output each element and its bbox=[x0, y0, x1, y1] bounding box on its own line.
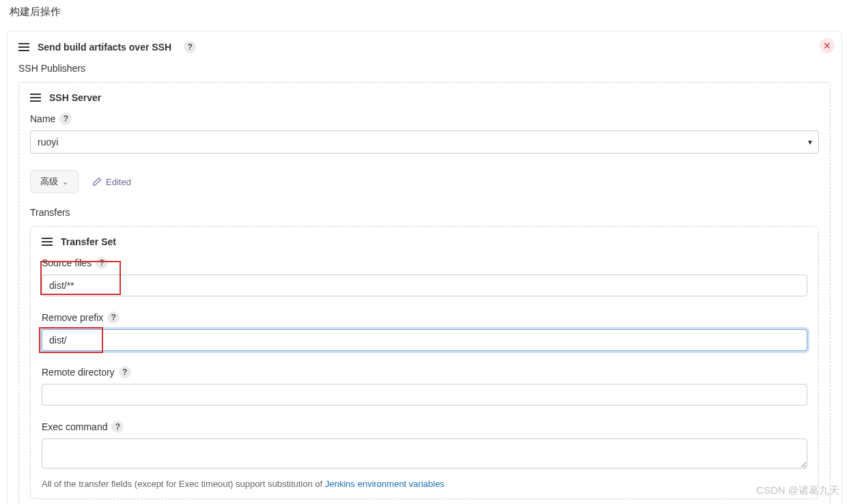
remote-directory-label: Remote directory ? bbox=[42, 366, 807, 378]
ssh-server-header: SSH Server bbox=[30, 92, 819, 103]
ssh-publishers-label: SSH Publishers bbox=[18, 63, 831, 74]
remote-directory-group: Remote directory ? bbox=[42, 366, 807, 406]
drag-handle-icon[interactable] bbox=[30, 94, 41, 102]
remote-directory-label-text: Remote directory bbox=[42, 367, 115, 378]
help-icon[interactable]: ? bbox=[107, 311, 120, 324]
name-label-text: Name bbox=[30, 113, 55, 124]
source-files-group: Source files ? bbox=[42, 257, 807, 296]
panel-title: Send build artifacts over SSH bbox=[38, 42, 171, 53]
drag-handle-icon[interactable] bbox=[42, 238, 53, 246]
page-title: 构建后操作 bbox=[0, 0, 849, 31]
drag-handle-icon[interactable] bbox=[18, 43, 29, 51]
remove-prefix-input[interactable] bbox=[42, 329, 807, 351]
edited-label: Edited bbox=[106, 177, 131, 187]
remote-directory-input[interactable] bbox=[42, 384, 807, 406]
advanced-row: 高级 ⌄ Edited bbox=[30, 170, 819, 193]
name-field-group: Name ? ruoyi ▾ bbox=[30, 113, 819, 154]
edited-indicator: Edited bbox=[92, 177, 131, 187]
remove-prefix-label: Remove prefix ? bbox=[42, 311, 807, 324]
transfer-set-panel: Transfer Set Source files ? Remove prefi… bbox=[30, 226, 819, 499]
footer-note: All of the transfer fields (except for E… bbox=[42, 479, 807, 489]
env-vars-link[interactable]: Jenkins environment variables bbox=[325, 479, 445, 489]
transfer-set-header: Transfer Set bbox=[42, 236, 807, 247]
source-files-label-text: Source files bbox=[42, 257, 92, 268]
help-icon[interactable]: ? bbox=[111, 421, 124, 433]
panel-header: Send build artifacts over SSH ? bbox=[18, 41, 831, 53]
name-select[interactable]: ruoyi bbox=[30, 130, 819, 154]
help-icon[interactable]: ? bbox=[119, 366, 131, 378]
name-select-wrap: ruoyi ▾ bbox=[30, 130, 819, 154]
ssh-server-title: SSH Server bbox=[49, 92, 101, 103]
remove-prefix-group: Remove prefix ? bbox=[42, 311, 807, 351]
exec-command-label: Exec command ? bbox=[42, 421, 807, 433]
send-artifacts-panel: Send build artifacts over SSH ? ✕ SSH Pu… bbox=[7, 31, 842, 504]
help-icon[interactable]: ? bbox=[184, 41, 196, 53]
exec-command-input[interactable] bbox=[42, 438, 807, 468]
remove-prefix-label-text: Remove prefix bbox=[42, 312, 103, 323]
name-label: Name ? bbox=[30, 113, 819, 125]
help-icon[interactable]: ? bbox=[59, 113, 72, 125]
exec-command-group: Exec command ? bbox=[42, 421, 807, 471]
chevron-down-icon: ⌄ bbox=[62, 178, 68, 186]
advanced-button[interactable]: 高级 ⌄ bbox=[30, 170, 79, 193]
footer-note-text: All of the transfer fields (except for E… bbox=[42, 479, 325, 489]
close-button[interactable]: ✕ bbox=[820, 38, 835, 53]
advanced-label: 高级 bbox=[40, 176, 58, 188]
pencil-icon bbox=[92, 177, 102, 186]
source-files-input[interactable] bbox=[42, 275, 807, 296]
transfers-label: Transfers bbox=[30, 207, 819, 218]
transfer-set-title: Transfer Set bbox=[61, 236, 116, 247]
ssh-server-panel: SSH Server Name ? ruoyi ▾ 高级 ⌄ bbox=[18, 82, 831, 504]
source-files-label: Source files ? bbox=[42, 257, 807, 269]
exec-command-label-text: Exec command bbox=[42, 421, 107, 432]
help-icon[interactable]: ? bbox=[96, 257, 108, 269]
